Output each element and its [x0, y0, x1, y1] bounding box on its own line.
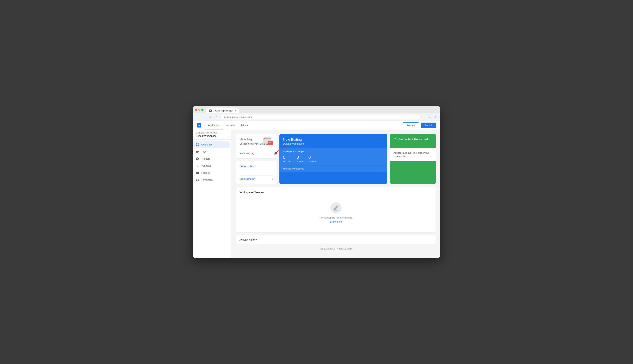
sidebar-item-tags[interactable]: Tags	[193, 148, 230, 155]
now-editing-workspace: Default Workspace	[283, 142, 304, 145]
extensions-button[interactable]: ⋯	[422, 115, 427, 120]
now-editing-card: Now Editing Default Workspace ⋮ Workspac…	[279, 134, 387, 184]
current-workspace-section: CURRENT WORKSPACE Default Workspace ›	[193, 130, 232, 140]
sidebar-item-overview[interactable]: Overview	[193, 141, 230, 148]
top-cards-row: New Tag Choose from over 50 tag types	[236, 134, 436, 184]
now-editing-title: Now Editing	[283, 138, 304, 142]
nav-right: Preview Submit	[403, 122, 436, 128]
deleted-count: 0	[308, 155, 316, 160]
forward-button[interactable]: →	[201, 115, 206, 120]
tab-versions[interactable]: Versions	[223, 121, 238, 130]
chevron-right-icon: ›	[383, 167, 384, 170]
chevron-right-icon: ›	[272, 152, 273, 155]
edit-description-link[interactable]: Edit description ›	[240, 175, 273, 180]
modified-count: 0	[283, 155, 291, 160]
browser-tab-active[interactable]: ◆ Google Tag Manager ✕	[206, 108, 239, 113]
tab-favicon: ◆	[209, 110, 212, 112]
add-new-tag-link[interactable]: Add a new tag ›	[240, 150, 273, 155]
svg-rect-1	[198, 144, 199, 144]
chevron-right-icon: ›	[228, 134, 229, 138]
left-cards: New Tag Choose from over 50 tag types	[236, 134, 277, 184]
description-card: Description Edit description ›	[236, 161, 277, 184]
sidebar-item-label: Overview	[201, 143, 212, 146]
svg-rect-7	[196, 180, 197, 181]
added-label: Added	[297, 160, 303, 163]
empty-state: This workspace has no changes. Learn mor…	[240, 197, 432, 229]
minimize-button[interactable]	[198, 109, 200, 111]
current-workspace-label: CURRENT WORKSPACE	[196, 132, 229, 134]
deleted-label: Deleted	[308, 160, 316, 163]
tab-close-button[interactable]: ✕	[234, 109, 236, 112]
stat-modified: 0 Modified	[283, 155, 291, 163]
tab-admin[interactable]: Admin	[238, 121, 251, 130]
toolbar-right-buttons: ⋯ 🛡 ☆	[422, 115, 438, 120]
gtm-logo-icon: ◆	[197, 123, 201, 128]
learn-more-link[interactable]: Learn more	[330, 220, 342, 223]
variables-icon	[196, 164, 199, 168]
top-nav: ◆ Workspace Versions Admin Preview Submi…	[193, 121, 440, 130]
address-bar[interactable]: 🔒 tagmanager.google.com	[221, 115, 420, 120]
not-published-text: Add tags and publish to make your change…	[393, 151, 432, 158]
not-published-body: Add tags and publish to make your change…	[390, 148, 436, 161]
svg-rect-0	[196, 144, 197, 144]
main-content: New Tag Choose from over 50 tag types	[232, 130, 440, 258]
reload-button[interactable]: ↻	[208, 115, 213, 120]
workspace-changes-section: Workspace Changes 0 Modified 0 Added	[279, 148, 387, 172]
sidebar-item-templates[interactable]: Templates	[193, 176, 230, 184]
sidebar-nav: Overview Tags Triggers	[193, 140, 232, 185]
svg-rect-2	[196, 145, 197, 146]
changes-stats: 0 Modified 0 Added 0 Deleted	[283, 155, 384, 163]
workspace-selector[interactable]: Default Workspace ›	[196, 134, 229, 138]
svg-rect-8	[198, 180, 199, 181]
new-tab-button[interactable]: +	[240, 108, 244, 113]
sidebar-item-triggers[interactable]: Triggers	[193, 155, 230, 162]
submit-button[interactable]: Submit	[421, 122, 436, 128]
not-published-header: Container Not Published	[390, 134, 436, 148]
svg-text:≡: ≡	[269, 141, 271, 144]
workspace-changes-big-title: Workspace Changes	[240, 191, 432, 194]
templates-icon	[196, 178, 199, 182]
maximize-button[interactable]	[201, 109, 203, 111]
manage-workspaces-link[interactable]: Manage workspaces ›	[283, 165, 384, 170]
close-button[interactable]	[195, 109, 197, 111]
workspace-changes-title: Workspace Changes	[283, 150, 384, 153]
tab-workspace[interactable]: Workspace	[205, 121, 223, 130]
new-tag-card: New Tag Choose from over 50 tag types	[236, 134, 277, 158]
back-button[interactable]: ←	[195, 115, 200, 120]
chevron-right-icon: ›	[272, 178, 273, 180]
sidebar-item-variables[interactable]: Variables	[193, 162, 230, 169]
app-footer: Terms of Service • Privacy Policy	[236, 244, 436, 254]
empty-state-text: This workspace has no changes.	[319, 216, 352, 219]
main-layout: CURRENT WORKSPACE Default Workspace › Ov…	[193, 130, 440, 258]
stat-added: 0 Added	[297, 155, 303, 163]
empty-state-icon	[330, 202, 342, 214]
app-content: ◆ Workspace Versions Admin Preview Submi…	[193, 121, 440, 258]
svg-rect-6	[196, 179, 199, 179]
svg-rect-3	[198, 145, 199, 146]
stat-deleted: 0 Deleted	[308, 155, 316, 163]
browser-titlebar: ◆ Google Tag Manager ✕ +	[193, 106, 440, 113]
terms-of-service-link[interactable]: Terms of Service	[319, 248, 335, 250]
modified-label: Modified	[283, 160, 291, 163]
overview-icon	[196, 143, 199, 146]
activity-history-title: Activity History	[240, 238, 257, 241]
browser-toolbar: ← → ↻ ⌂ 🔒 tagmanager.google.com ⋯ 🛡 ☆	[193, 113, 440, 121]
privacy-policy-link[interactable]: Privacy Policy	[339, 248, 352, 250]
triggers-icon	[196, 157, 199, 160]
svg-point-5	[197, 158, 198, 159]
sidebar-item-label: Variables	[201, 164, 212, 167]
preview-button[interactable]: Preview	[403, 122, 419, 128]
sidebar-item-folders[interactable]: Folders	[193, 169, 230, 176]
bookmark-button[interactable]: ☆	[433, 115, 438, 120]
not-published-card: Container Not Published Add tags and pub…	[390, 134, 436, 184]
activity-history[interactable]: Activity History ›	[236, 235, 436, 244]
sidebar-item-label: Templates	[201, 178, 213, 181]
sidebar-item-label: Folders	[201, 172, 210, 174]
nav-tabs: Workspace Versions Admin	[205, 121, 251, 130]
new-tag-card-wrapper: New Tag Choose from over 50 tag types	[236, 134, 277, 158]
more-options-button[interactable]: ⋮	[380, 138, 384, 142]
home-button[interactable]: ⌂	[214, 115, 219, 120]
tag-icon-graphic: ≡	[263, 137, 274, 146]
shield-icon[interactable]: 🛡	[428, 115, 432, 120]
chevron-right-icon: ›	[432, 238, 432, 241]
